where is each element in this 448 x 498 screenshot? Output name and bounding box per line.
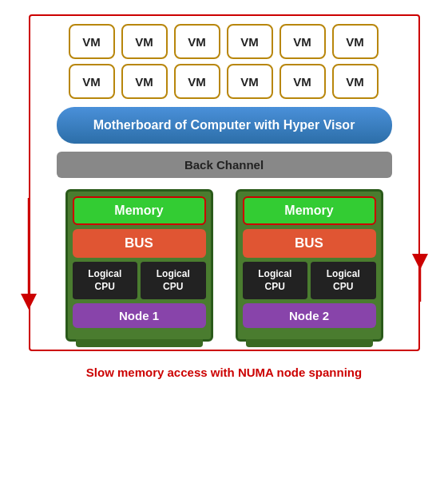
vm-box-11: VM	[280, 64, 326, 99]
vm-box-10: VM	[227, 64, 273, 99]
numa-area: Memory BUS LogicalCPU LogicalCPU Node 1	[65, 189, 383, 342]
chip-board-2: Memory BUS LogicalCPU LogicalCPU Node 2	[236, 189, 383, 342]
vm-box-1: VM	[69, 24, 115, 59]
vm-grid: VM VM VM VM VM VM VM VM VM VM VM VM	[69, 24, 380, 99]
main-container: VM VM VM VM VM VM VM VM VM VM VM VM Moth…	[17, 14, 432, 379]
motherboard-label: Motherboard of Computer with Hyper Visor	[57, 107, 392, 144]
logical-cpu-2a: LogicalCPU	[243, 262, 308, 299]
vm-box-8: VM	[121, 64, 168, 99]
bus-bar-2: BUS	[243, 229, 376, 258]
chip-board-1: Memory BUS LogicalCPU LogicalCPU Node 1	[65, 189, 213, 342]
numa-node-2: Memory BUS LogicalCPU LogicalCPU Node 2	[236, 189, 383, 342]
numa-node-1: Memory BUS LogicalCPU LogicalCPU Node 1	[65, 189, 213, 342]
vm-box-12: VM	[332, 64, 379, 99]
vm-box-5: VM	[280, 24, 326, 59]
memory-bar-2: Memory	[243, 196, 376, 225]
back-channel-label: Back Channel	[57, 152, 392, 178]
vm-box-2: VM	[121, 24, 168, 59]
logical-cpus-1: LogicalCPU LogicalCPU	[73, 262, 206, 299]
logical-cpu-1b: LogicalCPU	[141, 262, 206, 299]
logical-cpu-2b: LogicalCPU	[311, 262, 376, 299]
vm-box-4: VM	[227, 24, 273, 59]
node-label-2: Node 2	[243, 303, 376, 328]
logical-cpus-2: LogicalCPU LogicalCPU	[243, 262, 376, 299]
outer-border: VM VM VM VM VM VM VM VM VM VM VM VM Moth…	[29, 14, 420, 351]
vm-box-9: VM	[174, 64, 220, 99]
node-label-1: Node 1	[73, 303, 206, 328]
caption: Slow memory access with NUMA node spanni…	[86, 366, 362, 379]
logical-cpu-1a: LogicalCPU	[73, 262, 138, 299]
vm-box-3: VM	[174, 24, 220, 59]
vm-box-7: VM	[69, 64, 115, 99]
memory-bar-1: Memory	[73, 196, 206, 225]
bus-bar-1: BUS	[73, 229, 206, 258]
vm-box-6: VM	[332, 24, 379, 59]
